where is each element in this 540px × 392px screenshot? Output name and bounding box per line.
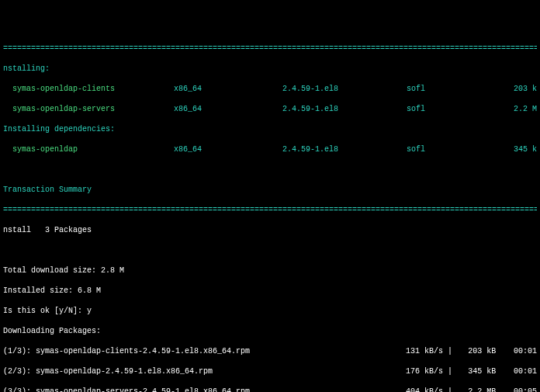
pkg-repo: sofl (407, 144, 476, 154)
dl-time: 00:01 (514, 366, 537, 376)
dl-name: (1/3): symas-openldap-clients-2.4.59-1.e… (3, 346, 406, 356)
install-count: nstall 3 Packages (3, 225, 537, 235)
divider-top: ========================================… (3, 43, 537, 54)
download-row: (3/3): symas-openldap-servers-2.4.59-1.e… (3, 387, 537, 392)
deps-header: Installing dependencies: (3, 124, 537, 134)
dl-time: 00:01 (514, 346, 537, 356)
download-row: (2/3): symas-openldap-2.4.59-1.el8.x86_6… (3, 366, 537, 376)
dl-size: 345 kB (468, 366, 514, 376)
download-row: (1/3): symas-openldap-clients-2.4.59-1.e… (3, 346, 537, 356)
confirm-prompt: Is this ok [y/N]: y (3, 306, 537, 316)
dl-speed: 404 kB/s | (406, 387, 468, 392)
pkg-repo: sofl (407, 84, 476, 94)
pkg-arch: x86_64 (174, 144, 282, 154)
pkg-size: 2.2 M (476, 104, 537, 114)
pkg-row-clients: symas-openldap-clients x86_64 2.4.59-1.e… (3, 84, 537, 94)
downloading-header: Downloading Packages: (3, 326, 537, 336)
installing-header: nstalling: (3, 64, 537, 74)
dl-speed: 131 kB/s | (406, 346, 468, 356)
dl-size: 2.2 MB (468, 387, 514, 392)
pkg-ver: 2.4.59-1.el8 (282, 104, 407, 114)
pkg-row-base: symas-openldap x86_64 2.4.59-1.el8 sofl … (3, 144, 537, 154)
pkg-size: 345 k (476, 144, 537, 154)
dl-time: 00:05 (514, 387, 537, 392)
pkg-ver: 2.4.59-1.el8 (282, 144, 407, 154)
pkg-name: symas-openldap (3, 144, 174, 154)
pkg-arch: x86_64 (174, 84, 282, 94)
dl-speed: 176 kB/s | (406, 366, 468, 376)
pkg-size: 203 k (476, 84, 537, 94)
dl-size: 203 kB (468, 346, 514, 356)
dl-name: (3/3): symas-openldap-servers-2.4.59-1.e… (3, 387, 406, 392)
trans-summary-title: Transaction Summary (3, 185, 537, 195)
pkg-name: symas-openldap-servers (3, 104, 174, 114)
pkg-row-servers: symas-openldap-servers x86_64 2.4.59-1.e… (3, 104, 537, 114)
pkg-name: symas-openldap-clients (3, 84, 174, 94)
installed-size: Installed size: 6.8 M (3, 286, 537, 296)
divider: ========================================… (3, 205, 537, 215)
download-size: Total download size: 2.8 M (3, 265, 537, 276)
pkg-arch: x86_64 (174, 104, 282, 114)
pkg-repo: sofl (407, 104, 476, 114)
dl-name: (2/3): symas-openldap-2.4.59-1.el8.x86_6… (3, 366, 406, 376)
pkg-ver: 2.4.59-1.el8 (282, 84, 407, 94)
